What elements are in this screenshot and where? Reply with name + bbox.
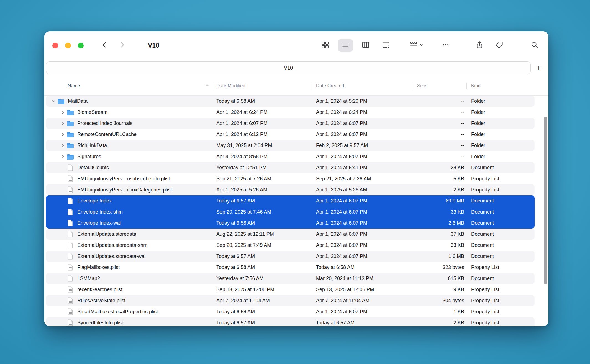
- file-row[interactable]: DefaultCountsYesterday at 12:51 PMApr 1,…: [46, 162, 535, 173]
- file-row[interactable]: SignaturesApr 4, 2024 at 8:58 PMApr 1, 2…: [46, 151, 535, 162]
- disclosure-chevron-icon[interactable]: [59, 121, 66, 125]
- column-header-kind[interactable]: Kind: [467, 76, 548, 95]
- minimize-window-button[interactable]: [65, 43, 71, 48]
- disclosure-chevron-icon[interactable]: [59, 143, 66, 148]
- zoom-window-button[interactable]: [78, 43, 84, 48]
- file-kind: Folder: [467, 154, 535, 160]
- file-row[interactable]: RemoteContentURLCacheApr 1, 2024 at 6:12…: [46, 129, 535, 140]
- forward-button[interactable]: [117, 39, 127, 52]
- date-created: Apr 1, 2024 at 6:07 PM: [312, 121, 413, 126]
- disclosure-chevron-icon[interactable]: [59, 110, 66, 114]
- file-row[interactable]: MailDataToday at 6:58 AMApr 1, 2024 at 5…: [46, 96, 535, 107]
- file-name: RichLinkData: [77, 143, 107, 148]
- file-name: Protected Index Journals: [77, 121, 132, 126]
- date-created: Today at 6:58 AM: [312, 265, 413, 270]
- file-row[interactable]: Protected Index JournalsApr 1, 2024 at 6…: [46, 118, 535, 129]
- file-size: 2 KB: [413, 187, 467, 193]
- file-row[interactable]: ExternalUpdates.storedata-shmSep 20, 202…: [46, 240, 535, 251]
- file-row[interactable]: SyncedFilesInfo.plistToday at 6:57 AMTod…: [46, 317, 535, 326]
- date-modified: Sep 20, 2025 at 7:49 AM: [213, 242, 312, 248]
- column-header-size[interactable]: Size: [413, 76, 467, 95]
- list-view-button[interactable]: [338, 39, 353, 52]
- file-name: Envelope Index-shm: [77, 209, 123, 215]
- file-row[interactable]: recentSearches.plistSep 13, 2025 at 12:0…: [46, 284, 535, 295]
- back-button[interactable]: [99, 39, 110, 52]
- file-name: RulesActiveState.plist: [77, 298, 125, 304]
- column-header-modified[interactable]: Date Modified: [213, 76, 312, 95]
- file-row[interactable]: EMUbiquitouslyPers…nsubscribeInfo.plistS…: [46, 173, 535, 184]
- disclosure-chevron-icon[interactable]: [59, 155, 66, 159]
- chevron-left-icon: [100, 41, 109, 50]
- file-size: 9 KB: [413, 287, 467, 293]
- file-row[interactable]: ExternalUpdates.storedataAug 22, 2025 at…: [46, 229, 535, 240]
- window-title: V10: [148, 31, 159, 60]
- file-size: --: [413, 109, 467, 115]
- tags-button[interactable]: [492, 39, 507, 52]
- file-kind: Folder: [467, 121, 535, 126]
- file-row[interactable]: BiomeStreamApr 1, 2024 at 6:24 PMApr 1, …: [46, 107, 535, 118]
- file-row[interactable]: Envelope Index-shmSep 20, 2025 at 7:46 A…: [46, 206, 535, 217]
- date-modified: Today at 6:58 AM: [213, 265, 312, 270]
- tag-icon: [495, 41, 504, 50]
- file-row[interactable]: RichLinkDataMay 31, 2025 at 2:04 PMFeb 2…: [46, 140, 535, 151]
- file-size: 304 bytes: [413, 298, 467, 304]
- file-name: LSMMap2: [77, 276, 100, 281]
- finder-window: V10: [44, 31, 548, 326]
- column-header-label: Date Modified: [216, 83, 245, 89]
- date-modified: Sep 13, 2025 at 12:06 PM: [213, 287, 312, 293]
- column-view-icon: [361, 41, 370, 50]
- column-header-row: NameDate ModifiedDate CreatedSizeKind: [44, 76, 548, 96]
- file-size: --: [413, 132, 467, 137]
- file-size: 28 KB: [413, 165, 467, 171]
- folder-icon: [66, 132, 74, 137]
- plist-icon: [66, 186, 74, 193]
- disclosure-chevron-icon[interactable]: [50, 99, 57, 103]
- file-name: BiomeStream: [77, 109, 107, 115]
- icon-view-button[interactable]: [317, 39, 333, 52]
- new-tab-button[interactable]: +: [533, 61, 545, 74]
- file-list: MailDataToday at 6:58 AMApr 1, 2024 at 5…: [44, 96, 548, 326]
- column-header-name[interactable]: Name: [46, 76, 213, 95]
- date-created: Apr 1, 2025 at 5:26 AM: [312, 187, 413, 193]
- file-kind: Folder: [467, 98, 535, 104]
- search-button[interactable]: [527, 39, 542, 52]
- file-row[interactable]: FlagMailboxes.plistToday at 6:58 AMToday…: [46, 262, 535, 273]
- more-options-button[interactable]: [438, 39, 453, 52]
- file-kind: Property List: [467, 309, 535, 315]
- date-created: Apr 1, 2024 at 5:29 PM: [312, 98, 413, 104]
- tab-v10[interactable]: V10: [46, 61, 531, 74]
- tab-label: V10: [284, 65, 293, 71]
- close-window-button[interactable]: [52, 43, 58, 48]
- date-modified: Today at 6:57 AM: [213, 320, 312, 326]
- file-name: EMUbiquitouslyPers…nsubscribeInfo.plist: [77, 176, 170, 182]
- file-row[interactable]: ExternalUpdates.storedata-walToday at 6:…: [46, 251, 535, 262]
- file-name: FlagMailboxes.plist: [77, 265, 120, 270]
- date-modified: Sep 21, 2025 at 7:26 AM: [213, 176, 312, 182]
- view-switcher: [317, 39, 394, 52]
- file-size: 33 KB: [413, 209, 467, 215]
- group-by-button[interactable]: [408, 39, 425, 52]
- file-row[interactable]: RulesActiveState.plistApr 7, 2024 at 11:…: [46, 295, 535, 306]
- folder-icon: [66, 143, 74, 148]
- column-view-button[interactable]: [358, 39, 373, 52]
- date-modified: Today at 6:57 AM: [213, 198, 312, 204]
- column-header-label: Kind: [471, 83, 481, 89]
- column-header-created[interactable]: Date Created: [312, 76, 413, 95]
- disclosure-chevron-icon[interactable]: [59, 132, 66, 137]
- file-kind: Property List: [467, 298, 535, 304]
- file-row[interactable]: SmartMailboxesLocalProperties.plistToday…: [46, 306, 535, 317]
- date-modified: Today at 6:57 AM: [213, 253, 312, 259]
- file-row[interactable]: Envelope IndexToday at 6:57 AMApr 1, 202…: [46, 195, 535, 206]
- file-kind: Document: [467, 253, 535, 259]
- file-size: 89.9 MB: [413, 198, 467, 204]
- chevron-right-icon: [118, 41, 126, 50]
- file-row[interactable]: LSMMap2Yesterday at 7:56 AMMar 20, 2024 …: [46, 273, 535, 284]
- file-row[interactable]: EMUbiquitouslyPers…ilboxCategories.plist…: [46, 184, 535, 195]
- share-button[interactable]: [472, 39, 487, 52]
- ellipsis-icon: [442, 41, 450, 50]
- vertical-scrollbar-thumb[interactable]: [544, 117, 547, 284]
- gallery-view-button[interactable]: [378, 39, 394, 52]
- file-row[interactable]: Envelope Index-walToday at 6:58 AMApr 1,…: [46, 217, 535, 229]
- share-icon: [475, 41, 484, 50]
- column-header-label: Name: [68, 83, 80, 89]
